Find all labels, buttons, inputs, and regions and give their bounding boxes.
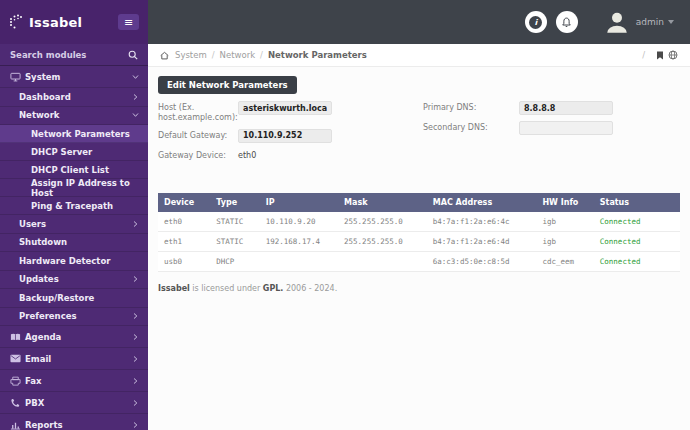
user-name: admin xyxy=(636,17,664,27)
sidebar-item-hardware-detector[interactable]: Hardware Detector xyxy=(0,252,148,271)
search-icon[interactable] xyxy=(128,50,138,60)
main-panel: Edit Network Parameters Host (Ex. host.e… xyxy=(148,67,690,299)
license-footer: Issabel is licensed under GPL. 2006 - 20… xyxy=(158,284,680,293)
sidebar-item-system[interactable]: System xyxy=(0,66,148,88)
sidebar-item-network-parameters[interactable]: Network Parameters xyxy=(0,125,148,143)
printer-icon xyxy=(10,376,25,386)
breadcrumb-item-network[interactable]: Network xyxy=(220,50,256,60)
form-right-column: Primary DNS: Secondary DNS: xyxy=(423,101,680,169)
cell-type: DHCP xyxy=(210,251,260,271)
chevron-right-icon xyxy=(133,220,138,228)
cell-device: usb0 xyxy=(158,251,210,271)
sidebar-item-label: Network Parameters xyxy=(31,129,130,139)
sidebar-item-label: Network xyxy=(19,110,59,120)
primary-dns-input[interactable] xyxy=(519,101,613,115)
default-gateway-input[interactable] xyxy=(238,129,332,143)
breadcrumb-separator: / xyxy=(260,50,263,60)
sidebar-item-label: DHCP Client List xyxy=(31,165,109,175)
issabel-app: Issabel ≡ Search modules System Dashboar… xyxy=(0,0,690,430)
col-header-ip: IP xyxy=(260,193,338,212)
cell-hw-info: cdc_eem xyxy=(536,251,593,271)
secondary-dns-label: Secondary DNS: xyxy=(423,121,519,133)
host-label: Host (Ex. host.example.com): xyxy=(158,101,238,124)
col-header-status: Status xyxy=(594,193,680,212)
cell-hw-info: igb xyxy=(536,212,593,232)
sidebar-item-label: System xyxy=(25,72,60,82)
primary-dns-label: Primary DNS: xyxy=(423,101,519,113)
breadcrumb: System / Network / Network Parameters / xyxy=(148,44,690,67)
status-badge: Connected xyxy=(594,212,680,232)
bookmark-icon[interactable] xyxy=(656,51,664,60)
secondary-dns-input[interactable] xyxy=(519,121,613,135)
sidebar-item-label: Email xyxy=(25,354,51,364)
cell-type: STATIC xyxy=(210,231,260,251)
hamburger-menu-button[interactable]: ≡ xyxy=(118,14,139,30)
form-left-column: Host (Ex. host.example.com): Default Gat… xyxy=(158,101,423,169)
sidebar-item-fax[interactable]: Fax xyxy=(0,370,148,392)
sidebar-item-label: Dashboard xyxy=(19,92,71,102)
breadcrumb-separator: / xyxy=(212,50,215,60)
user-menu[interactable]: admin xyxy=(604,9,674,35)
notifications-button[interactable] xyxy=(556,11,578,33)
issabel-logo-icon xyxy=(9,14,23,30)
status-badge: Connected xyxy=(594,251,680,271)
chevron-right-icon xyxy=(133,333,138,341)
sidebar-item-label: Reports xyxy=(25,420,63,430)
slash-separator: / xyxy=(642,50,645,60)
globe-icon[interactable] xyxy=(668,50,678,60)
bar-chart-icon xyxy=(10,420,25,430)
cell-ip: 10.110.9.20 xyxy=(260,212,338,232)
primary-dns-row: Primary DNS: xyxy=(423,101,680,116)
envelope-icon xyxy=(10,354,25,363)
cell-mask: 255.255.255.0 xyxy=(338,212,427,232)
sidebar-item-agenda[interactable]: Agenda xyxy=(0,326,148,348)
secondary-dns-row: Secondary DNS: xyxy=(423,121,680,136)
sidebar-item-shutdown[interactable]: Shutdown xyxy=(0,234,148,253)
sidebar-item-label: Backup/Restore xyxy=(19,293,94,303)
sidebar-item-label: Assign IP Address to Host xyxy=(31,178,138,198)
sidebar-item-dhcp-server[interactable]: DHCP Server xyxy=(0,143,148,161)
cell-device: eth1 xyxy=(158,231,210,251)
breadcrumb-actions: / xyxy=(642,50,678,60)
footer-years: 2006 - 2024. xyxy=(286,284,337,293)
host-input[interactable] xyxy=(238,101,332,115)
breadcrumb-item-network-parameters: Network Parameters xyxy=(268,50,367,60)
sidebar-item-label: Fax xyxy=(25,376,42,386)
sidebar-item-label: Updates xyxy=(19,274,59,284)
info-button[interactable]: i xyxy=(525,11,547,33)
sidebar-item-preferences[interactable]: Preferences xyxy=(0,308,148,327)
col-header-mac-address: MAC Address xyxy=(427,193,537,212)
chevron-down-icon xyxy=(668,20,674,24)
sidebar-item-users[interactable]: Users xyxy=(0,215,148,234)
gateway-device-label: Gateway Device: xyxy=(158,149,238,161)
table-row: usb0 DHCP 6a:c3:d5:0e:c8:5d cdc_eem Conn… xyxy=(158,251,680,271)
sidebar-item-dhcp-client-list[interactable]: DHCP Client List xyxy=(0,161,148,179)
sidebar-item-backup-restore[interactable]: Backup/Restore xyxy=(0,289,148,308)
chevron-right-icon xyxy=(133,421,138,429)
sidebar-item-dashboard[interactable]: Dashboard xyxy=(0,88,148,107)
edit-network-parameters-button[interactable]: Edit Network Parameters xyxy=(158,76,297,94)
sidebar-item-email[interactable]: Email xyxy=(0,348,148,370)
sidebar-item-ping-tracepath[interactable]: Ping & Tracepath xyxy=(0,197,148,215)
sidebar-item-pbx[interactable]: PBX xyxy=(0,392,148,414)
footer-text: is licensed under xyxy=(192,284,260,293)
content-area: System / Network / Network Parameters / … xyxy=(148,44,690,430)
chevron-right-icon xyxy=(133,312,138,320)
host-row: Host (Ex. host.example.com): xyxy=(158,101,423,124)
sidebar-item-network[interactable]: Network xyxy=(0,107,148,126)
sidebar-item-label: PBX xyxy=(25,398,44,408)
sidebar-item-updates[interactable]: Updates xyxy=(0,271,148,290)
search-modules-input[interactable]: Search modules xyxy=(0,44,148,66)
home-icon[interactable] xyxy=(160,51,169,60)
cell-ip xyxy=(260,251,338,271)
status-badge: Connected xyxy=(594,231,680,251)
table-row: eth0 STATIC 10.110.9.20 255.255.255.0 b4… xyxy=(158,212,680,232)
cell-mac: b4:7a:f1:2a:e6:4d xyxy=(427,231,537,251)
chevron-right-icon xyxy=(133,355,138,363)
avatar xyxy=(604,9,630,35)
sidebar-item-label: Hardware Detector xyxy=(19,256,110,266)
sidebar-item-reports[interactable]: Reports xyxy=(0,414,148,430)
breadcrumb-item-system[interactable]: System xyxy=(175,50,207,60)
sidebar-item-assign-ip-address-to-host[interactable]: Assign IP Address to Host xyxy=(0,179,148,197)
chevron-right-icon xyxy=(133,399,138,407)
